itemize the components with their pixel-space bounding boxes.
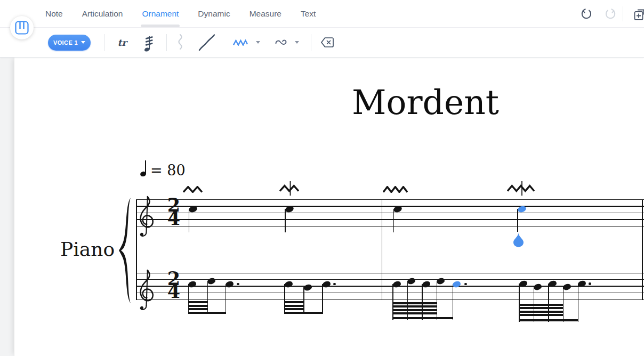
notehead[interactable] [436,277,446,285]
staff-line [136,206,644,206]
tab-measure[interactable]: Measure [249,0,281,27]
augmentation-dot [589,282,591,285]
quarter-note-icon [140,159,148,180]
augmentation-dot [333,283,336,286]
mordent-symbol[interactable] [383,185,408,195]
trill-button[interactable]: tr [116,37,128,48]
mordent-symbol[interactable] [183,185,203,195]
note-stem [322,284,323,314]
staff-line [136,199,644,200]
mordent-button[interactable] [233,39,248,46]
beam [392,309,437,311]
staff-line [136,299,644,300]
note-stem [207,281,208,314]
barline [642,199,643,300]
time-signature-denominator: 4 [165,211,183,226]
tempo-value: = 80 [150,162,186,179]
toolbar-divider [166,34,167,51]
note-stem [519,284,520,322]
mordent-stroke-symbol[interactable] [507,181,535,198]
staff-line [136,219,644,220]
tab-bar: NoteArticulationOrnamentDynamicMeasureTe… [0,0,644,28]
beam [519,304,564,306]
treble-clef-icon [137,266,155,315]
note-stem [188,284,189,314]
beam [284,305,304,307]
score-title[interactable]: Mordent [352,83,492,122]
voice-label: VOICE 1 [53,39,78,46]
delete-button[interactable] [321,37,334,47]
turn-dropdown-caret[interactable] [295,41,299,44]
notehead[interactable] [533,283,543,291]
app-header: NoteArticulationOrnamentDynamicMeasureTe… [0,0,644,57]
arpeggio-button[interactable] [178,34,183,51]
instrument-label[interactable]: Piano [60,238,115,260]
redo-button[interactable] [604,8,617,21]
beam [519,307,564,309]
tab-text[interactable]: Text [301,0,316,27]
note-stem [517,209,518,232]
notehead[interactable] [303,284,312,292]
ornament-toolbar: VOICE 1 tr [0,28,644,58]
turn-icon [275,39,287,46]
piano-icon [15,21,29,35]
note-stem [534,287,535,322]
note-stem [437,281,438,320]
chevron-down-icon [81,41,85,44]
beam [284,301,304,303]
turn-button[interactable] [275,39,287,46]
voice-selector-button[interactable]: VOICE 1 [48,35,91,51]
glissando-icon [198,34,216,52]
augmentation-dot [464,283,467,286]
add-score-button[interactable] [634,8,644,21]
notehead[interactable] [407,277,416,285]
notehead[interactable] [421,280,431,288]
tremolo-button[interactable] [144,33,154,52]
selection-caret [513,233,524,249]
tab-ornament[interactable]: Ornament [142,0,179,27]
tab-dynamic[interactable]: Dynamic [198,0,230,27]
note-stem [392,284,393,320]
note-stem [189,209,190,232]
system-brace-icon [118,198,132,305]
backspace-icon [321,37,334,47]
staff-line [136,293,644,293]
tab-articulation[interactable]: Articulation [82,0,123,27]
notehead[interactable] [452,280,462,288]
toolbar-divider [311,34,311,51]
notehead[interactable] [284,280,293,288]
notehead[interactable] [321,280,331,288]
beam [188,305,208,307]
tabs: NoteArticulationOrnamentDynamicMeasureTe… [45,0,316,27]
note-stem [578,284,579,322]
instrument-button[interactable] [10,16,34,39]
mordent-stroke-symbol[interactable] [279,181,299,198]
note-stem [453,284,454,320]
note-stem [284,284,285,314]
beam [392,302,437,304]
note-stem [407,281,408,320]
tempo-marking[interactable]: = 80 [140,159,186,180]
undo-button[interactable] [580,8,593,21]
staff-line [136,273,644,273]
beam [392,317,453,319]
toolbar-divider [104,34,104,51]
arpeggio-icon [178,34,183,51]
glissando-button[interactable] [198,34,216,52]
mordent-icon [233,39,248,46]
notehead[interactable] [207,277,216,285]
time-signature-denominator: 4 [165,284,183,299]
note-stem [226,284,227,314]
beam [519,314,564,316]
notehead[interactable] [225,280,235,288]
notehead[interactable] [562,283,572,291]
note-stem [303,287,304,314]
notehead[interactable] [392,280,401,288]
notehead[interactable] [188,280,197,288]
note-stem [285,209,286,232]
tab-note[interactable]: Note [45,0,63,27]
beam [392,305,437,308]
augmentation-dot [237,283,239,286]
mordent-dropdown-caret[interactable] [256,41,260,44]
beam [188,308,208,310]
